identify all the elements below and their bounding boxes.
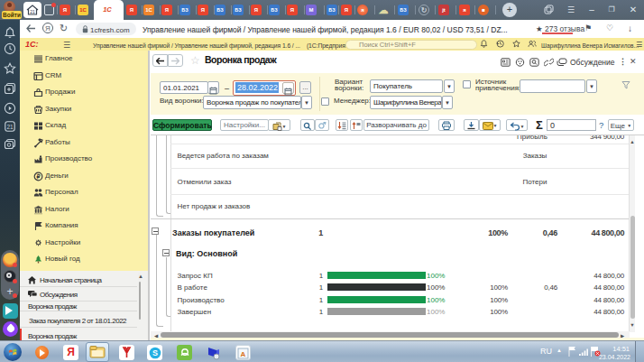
- svg-text:A: A: [241, 349, 246, 357]
- svg-text:₽: ₽: [36, 173, 41, 180]
- svg-text:S: S: [152, 348, 157, 357]
- svg-text:21: 21: [30, 9, 35, 14]
- svg-text:21: 21: [6, 124, 14, 130]
